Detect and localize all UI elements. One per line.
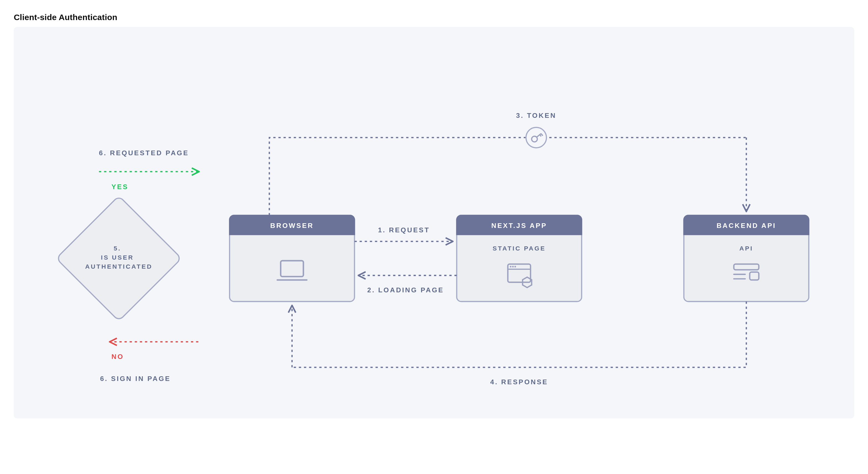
decision-line3: AUTHENTICATED <box>85 263 152 270</box>
label-request: 1. REQUEST <box>378 226 430 234</box>
label-loading: 2. LOADING PAGE <box>367 286 444 294</box>
label-no: NO <box>111 353 124 360</box>
nextapp-title: NEXT.JS APP <box>491 222 547 229</box>
backend-sub: API <box>739 245 753 252</box>
key-icon <box>526 128 547 148</box>
decision-line1: 5. <box>114 245 121 252</box>
browser-node: BROWSER <box>229 215 354 301</box>
backend-node: BACKEND API API <box>684 215 809 301</box>
label-requested-page: 6. REQUESTED PAGE <box>99 149 189 157</box>
svg-point-10 <box>515 266 516 268</box>
diagram-panel: 5. IS USER AUTHENTICATED BROWSER <box>14 27 854 418</box>
backend-title: BACKEND API <box>716 222 776 229</box>
label-signin-page: 6. SIGN IN PAGE <box>100 375 170 382</box>
browser-title: BROWSER <box>270 222 314 229</box>
svg-point-8 <box>510 266 512 268</box>
label-yes: YES <box>111 183 128 191</box>
decision-node: 5. IS USER AUTHENTICATED <box>56 196 182 321</box>
edge-token-a <box>269 138 746 215</box>
edge-response-a <box>292 301 746 367</box>
nextapp-sub: STATIC PAGE <box>493 245 546 252</box>
auth-flow-diagram: 5. IS USER AUTHENTICATED BROWSER <box>14 27 854 418</box>
decision-line2: IS USER <box>101 254 134 261</box>
nextapp-node: NEXT.JS APP STATIC PAGE <box>457 215 582 301</box>
label-response: 4. RESPONSE <box>490 378 548 386</box>
svg-point-9 <box>512 266 514 268</box>
page-title: Client-side Authentication <box>14 13 854 22</box>
label-token: 3. TOKEN <box>516 112 557 119</box>
